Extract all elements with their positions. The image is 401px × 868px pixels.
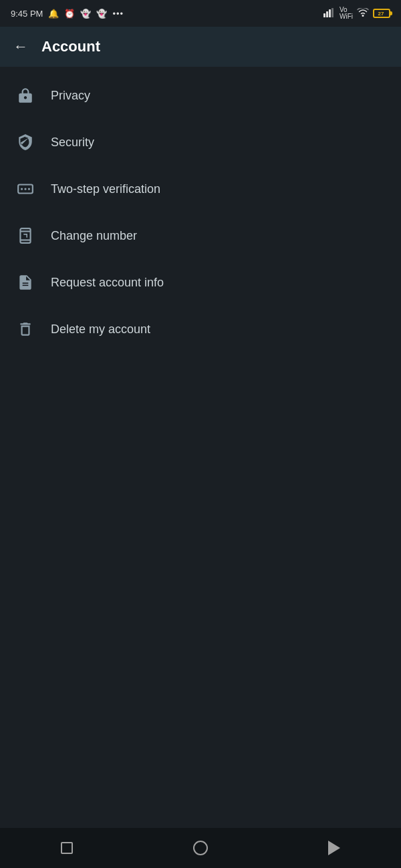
privacy-label: Privacy — [51, 89, 90, 103]
status-bar: 9:45 PM 🔔 ⏰ 👻 👻 ••• Vo WiFi — [0, 0, 401, 27]
two-step-label: Two-step verification — [51, 182, 160, 196]
back-button[interactable]: ← — [11, 35, 31, 58]
status-bar-right: Vo WiFi 27 — [323, 7, 390, 20]
dots-icon — [16, 180, 35, 198]
alarm-icon: ⏰ — [64, 9, 75, 19]
signal-icon — [323, 8, 336, 19]
shield-icon — [16, 133, 35, 152]
svg-rect-0 — [323, 13, 325, 17]
home-button[interactable] — [180, 835, 221, 861]
svg-point-7 — [24, 188, 26, 190]
recents-button[interactable] — [47, 835, 87, 861]
phone-change-icon — [16, 226, 35, 245]
more-icon: ••• — [112, 9, 124, 19]
svg-point-8 — [28, 188, 30, 190]
svg-rect-9 — [20, 228, 30, 243]
lock-icon — [16, 86, 35, 105]
nav-bar — [0, 828, 401, 868]
menu-list: Privacy Security Two-step verification — [0, 67, 401, 358]
request-info-menu-item[interactable]: Request account info — [0, 259, 401, 306]
security-label: Security — [51, 136, 94, 150]
silent-icon: 🔔 — [48, 9, 59, 19]
time-display: 9:45 PM — [11, 9, 43, 19]
request-info-label: Request account info — [51, 276, 164, 290]
svg-rect-2 — [329, 9, 331, 17]
vo-wifi-label: Vo WiFi — [340, 7, 353, 20]
back-nav-button[interactable] — [314, 835, 354, 861]
delete-account-label: Delete my account — [51, 322, 150, 337]
app-bar: ← Account — [0, 27, 401, 67]
privacy-menu-item[interactable]: Privacy — [0, 72, 401, 119]
recents-icon — [61, 842, 73, 854]
page-title: Account — [41, 38, 100, 55]
home-icon — [193, 841, 208, 855]
svg-point-4 — [362, 15, 364, 17]
trash-icon — [16, 320, 35, 339]
snapchat-icon-2: 👻 — [96, 9, 107, 19]
back-icon — [328, 841, 340, 855]
svg-rect-1 — [326, 11, 328, 17]
snapchat-icon-1: 👻 — [80, 9, 91, 19]
document-icon — [16, 273, 35, 292]
status-bar-left: 9:45 PM 🔔 ⏰ 👻 👻 ••• — [11, 9, 124, 19]
svg-point-6 — [21, 188, 23, 190]
delete-account-menu-item[interactable]: Delete my account — [0, 306, 401, 353]
wifi-icon — [357, 8, 369, 19]
change-number-menu-item[interactable]: Change number — [0, 212, 401, 259]
security-menu-item[interactable]: Security — [0, 119, 401, 166]
change-number-label: Change number — [51, 229, 137, 243]
two-step-menu-item[interactable]: Two-step verification — [0, 166, 401, 212]
svg-rect-3 — [331, 8, 333, 17]
battery-icon: 27 — [373, 9, 390, 18]
